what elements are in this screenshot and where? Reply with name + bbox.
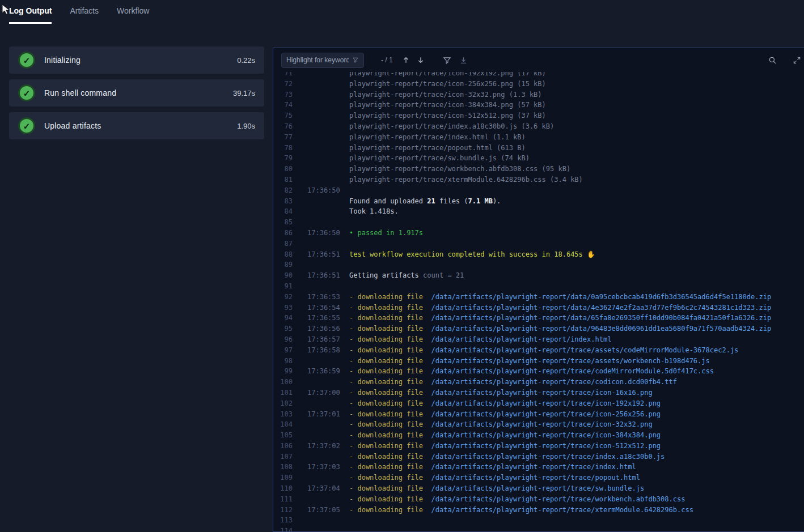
step-duration: 39.17s	[233, 89, 255, 97]
log-line-number: 102	[273, 398, 293, 409]
step-success-check-icon: ✓	[18, 84, 35, 101]
log-line-number: 113	[273, 515, 293, 526]
log-timestamp: 17:36:50	[307, 228, 340, 239]
log-segment: /data/artifacts/playwright-report/trace/…	[423, 495, 685, 503]
log-timestamp: 17:36:51	[307, 270, 340, 281]
log-segment: Found and uploaded	[349, 197, 427, 205]
log-line: 88 17:36:51 test workflow execution comp…	[273, 249, 804, 260]
log-line-number: 93	[273, 303, 293, 313]
log-timestamp: 17:36:55	[307, 313, 340, 324]
log-text: playwright-report/trace/workbench.abfdb3…	[349, 164, 570, 175]
log-line-number: 83	[273, 196, 293, 207]
log-timestamp	[307, 430, 340, 441]
log-timestamp	[307, 494, 340, 505]
log-text: - downloading file /data/artifacts/playw…	[349, 313, 771, 324]
tab-artifacts[interactable]: Artifacts	[70, 6, 99, 24]
tab-bar: Log OutputArtifactsWorkflow	[0, 0, 804, 24]
step-label: Upload artifacts	[44, 121, 101, 130]
log-line: 90 17:36:51 Getting artifacts count = 21	[273, 270, 804, 281]
log-line: 76 playwright-report/trace/index.a18c30b…	[273, 121, 804, 132]
log-text: - downloading file /data/artifacts/playw…	[349, 441, 661, 452]
log-segment: - downloading file	[349, 463, 423, 471]
log-line-number: 81	[273, 175, 293, 185]
log-timestamp	[307, 100, 340, 110]
log-line: 102 - downloading file /data/artifacts/p…	[273, 398, 804, 409]
log-text: - downloading file /data/artifacts/playw…	[349, 388, 653, 398]
log-line: 105 - downloading file /data/artifacts/p…	[273, 430, 804, 441]
log-segment: - downloading file	[349, 335, 423, 343]
match-counter: - / 1	[381, 56, 393, 64]
log-segment: /data/artifacts/playwright-report/trace/…	[423, 346, 738, 354]
log-segment: playwright-report/trace/sw.bundle.js (74…	[349, 154, 530, 162]
log-line: 101 17:37:00 - downloading file /data/ar…	[273, 388, 804, 398]
step-card-upload-artifacts[interactable]: ✓ Upload artifacts 1.90s	[9, 112, 264, 139]
log-timestamp	[307, 419, 340, 430]
download-icon	[459, 56, 468, 65]
log-line-number: 88	[273, 249, 293, 260]
log-scroll-area[interactable]: 71 playwright-report/trace/icon-192x192.…	[273, 72, 804, 531]
log-line: 95 17:36:56 - downloading file /data/art…	[273, 324, 804, 334]
log-text: • passed in 1.917s	[349, 228, 423, 239]
log-line: 106 17:37:02 - downloading file /data/ar…	[273, 441, 804, 452]
tab-workflow[interactable]: Workflow	[117, 6, 149, 24]
next-match-button[interactable]	[417, 56, 425, 64]
log-text: - downloading file /data/artifacts/playw…	[349, 345, 738, 356]
search-log-button[interactable]	[768, 56, 777, 65]
log-line-number: 84	[273, 206, 293, 217]
log-segment: test workflow execution completed with s…	[349, 250, 587, 258]
tab-log-output[interactable]: Log Output	[9, 6, 52, 24]
previous-match-button[interactable]	[402, 56, 410, 64]
log-text: playwright-report/trace/icon-256x256.png…	[349, 79, 546, 90]
log-segment: 7.1 MB	[468, 197, 493, 205]
log-segment: - downloading file	[349, 474, 423, 482]
log-timestamp	[307, 110, 340, 121]
log-line: 84 Took 1.418s.	[273, 206, 804, 217]
log-segment: - downloading file	[349, 431, 423, 439]
log-line-number: 112	[273, 505, 293, 516]
log-segment: ).	[493, 197, 501, 205]
log-segment: playwright-report/trace/icon-192x192.png…	[349, 72, 546, 77]
filter-log-button[interactable]	[443, 56, 451, 65]
log-timestamp	[307, 143, 340, 154]
log-segment: /data/artifacts/playwright-report/trace/…	[423, 410, 661, 418]
highlight-keywords-input[interactable]	[286, 56, 349, 64]
log-line-number: 75	[273, 110, 293, 121]
log-segment: playwright-report/trace/icon-256x256.png…	[349, 80, 546, 88]
log-line: 87	[273, 239, 804, 249]
log-timestamp: 17:36:53	[307, 292, 340, 303]
log-line-number: 97	[273, 345, 293, 356]
highlight-keywords-input-wrap[interactable]	[281, 53, 364, 68]
log-text: Found and uploaded 21 files (7.1 MB).	[349, 196, 501, 207]
step-card-initializing[interactable]: ✓ Initializing 0.22s	[9, 46, 264, 74]
log-text: - downloading file /data/artifacts/playw…	[349, 334, 611, 345]
log-segment: - downloading file	[349, 484, 423, 492]
log-timestamp: 17:37:00	[307, 388, 340, 398]
expand-panel-button[interactable]	[793, 56, 801, 65]
log-line: 104 - downloading file /data/artifacts/p…	[273, 419, 804, 430]
log-line-number: 105	[273, 430, 293, 441]
log-line-number: 82	[273, 185, 293, 196]
step-card-run-shell-command[interactable]: ✓ Run shell command 39.17s	[9, 79, 264, 107]
step-success-check-icon: ✓	[18, 52, 35, 69]
log-line: 93 17:36:54 - downloading file /data/art…	[273, 303, 804, 313]
log-line-number: 85	[273, 217, 293, 228]
log-timestamp: 17:37:05	[307, 505, 340, 516]
log-timestamp	[307, 79, 340, 90]
log-line-number: 94	[273, 313, 293, 324]
log-line: 79 playwright-report/trace/sw.bundle.js …	[273, 153, 804, 164]
log-line: 110 17:37:04 - downloading file /data/ar…	[273, 483, 804, 494]
log-line-number: 108	[273, 462, 293, 473]
log-segment: 21	[427, 197, 435, 205]
step-success-check-icon: ✓	[18, 117, 35, 134]
log-line: 85	[273, 217, 804, 228]
log-line-number: 90	[273, 270, 293, 281]
log-segment: playwright-report/trace/icon-512x512.png…	[349, 112, 546, 120]
log-timestamp: 17:37:01	[307, 409, 340, 420]
download-log-button[interactable]	[459, 56, 468, 65]
log-text: Took 1.418s.	[349, 206, 399, 217]
log-line-number: 96	[273, 334, 293, 345]
log-timestamp: 17:36:54	[307, 303, 340, 313]
mouse-cursor	[1, 4, 11, 15]
highlight-filter-icon	[352, 57, 359, 63]
log-line-number: 106	[273, 441, 293, 452]
